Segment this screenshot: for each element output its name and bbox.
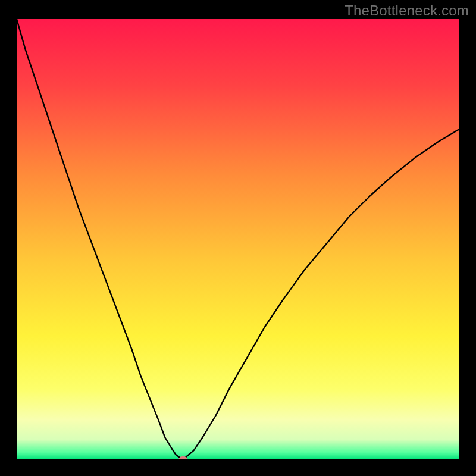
plot-area — [17, 19, 459, 459]
gradient-background — [17, 19, 459, 459]
bottleneck-chart — [17, 19, 459, 459]
watermark-text: TheBottleneck.com — [345, 2, 469, 19]
chart-frame: TheBottleneck.com — [0, 0, 476, 476]
